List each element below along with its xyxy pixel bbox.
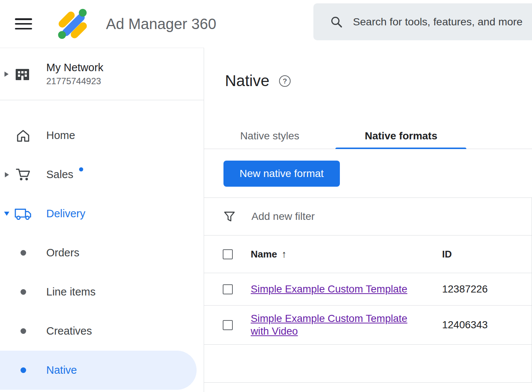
home-icon bbox=[13, 129, 33, 143]
column-header-id[interactable]: ID bbox=[442, 249, 452, 260]
sidebar-item-label: Delivery bbox=[46, 208, 85, 220]
notification-dot bbox=[79, 167, 83, 171]
network-selector[interactable]: My Network 21775744923 bbox=[0, 48, 204, 100]
tab-native-formats[interactable]: Native formats bbox=[335, 123, 467, 149]
add-filter-label: Add new filter bbox=[251, 211, 315, 222]
bullet-icon bbox=[21, 367, 26, 373]
search-bar[interactable] bbox=[313, 3, 532, 40]
table-row: Simple Example Custom Template 12387226 bbox=[204, 273, 532, 306]
column-header-name[interactable]: Name↑ bbox=[251, 249, 425, 260]
sidebar-item-label: Home bbox=[46, 129, 75, 142]
row-id: 12406343 bbox=[442, 319, 488, 331]
search-icon bbox=[330, 15, 343, 29]
network-name: My Network bbox=[46, 61, 103, 74]
row-checkbox[interactable] bbox=[223, 320, 233, 330]
filter-funnel-icon bbox=[223, 210, 236, 223]
expand-right-icon bbox=[5, 172, 9, 177]
sidebar-item-label: Line items bbox=[46, 286, 96, 298]
tab-native-styles[interactable]: Native styles bbox=[204, 123, 335, 149]
bullet-icon bbox=[21, 289, 26, 295]
help-icon[interactable]: ? bbox=[279, 75, 291, 87]
sidebar-nav: Home Sales bbox=[0, 100, 204, 390]
sidebar-item-delivery[interactable]: Delivery bbox=[0, 194, 204, 233]
sidebar-item-sales[interactable]: Sales bbox=[0, 155, 204, 194]
sidebar-item-line-items[interactable]: Line items bbox=[0, 272, 204, 312]
sidebar-item-orders[interactable]: Orders bbox=[0, 233, 204, 272]
sidebar-item-label: Orders bbox=[46, 247, 79, 259]
table-row: Simple Example Custom Template with Vide… bbox=[204, 306, 532, 345]
sidebar-item-label: Creatives bbox=[46, 325, 92, 337]
sidebar-item-label: Sales bbox=[46, 168, 73, 181]
new-native-format-button[interactable]: New native format bbox=[223, 161, 340, 187]
top-app-bar: Ad Manager 360 bbox=[0, 0, 532, 48]
sidebar-item-home[interactable]: Home bbox=[0, 116, 204, 155]
network-id: 21775744923 bbox=[46, 76, 103, 86]
select-all-checkbox[interactable] bbox=[223, 249, 233, 259]
cart-icon bbox=[13, 167, 33, 183]
hamburger-menu-icon[interactable] bbox=[15, 18, 32, 30]
truck-icon bbox=[13, 205, 33, 222]
row-id: 12387226 bbox=[442, 283, 488, 295]
native-format-link[interactable]: Simple Example Custom Template with Vide… bbox=[251, 313, 407, 337]
sidebar-item-native[interactable]: Native bbox=[0, 351, 197, 390]
network-expander-icon bbox=[4, 72, 9, 77]
bullet-icon bbox=[21, 250, 26, 256]
tab-bar: Native styles Native formats bbox=[204, 123, 532, 149]
sidebar-item-creatives[interactable]: Creatives bbox=[0, 312, 204, 351]
search-input[interactable] bbox=[353, 16, 532, 28]
native-format-link[interactable]: Simple Example Custom Template bbox=[251, 283, 407, 295]
sidebar-item-label: Native bbox=[46, 364, 77, 376]
row-checkbox[interactable] bbox=[223, 284, 233, 294]
table-empty-area bbox=[204, 345, 532, 383]
app-title: Ad Manager 360 bbox=[106, 16, 216, 32]
sidebar: My Network 21775744923 Home bbox=[0, 48, 204, 392]
sort-ascending-icon: ↑ bbox=[282, 249, 287, 260]
bullet-icon bbox=[21, 328, 26, 334]
main-content: Native ? Native styles Native formats Ne… bbox=[204, 48, 532, 392]
add-filter-bar[interactable]: Add new filter bbox=[204, 198, 532, 235]
building-icon bbox=[13, 65, 31, 83]
page-title: Native bbox=[225, 72, 269, 90]
table-header-row: Name↑ ID bbox=[204, 235, 532, 273]
ad-manager-logo-icon bbox=[55, 7, 90, 41]
expand-down-icon bbox=[4, 212, 9, 216]
